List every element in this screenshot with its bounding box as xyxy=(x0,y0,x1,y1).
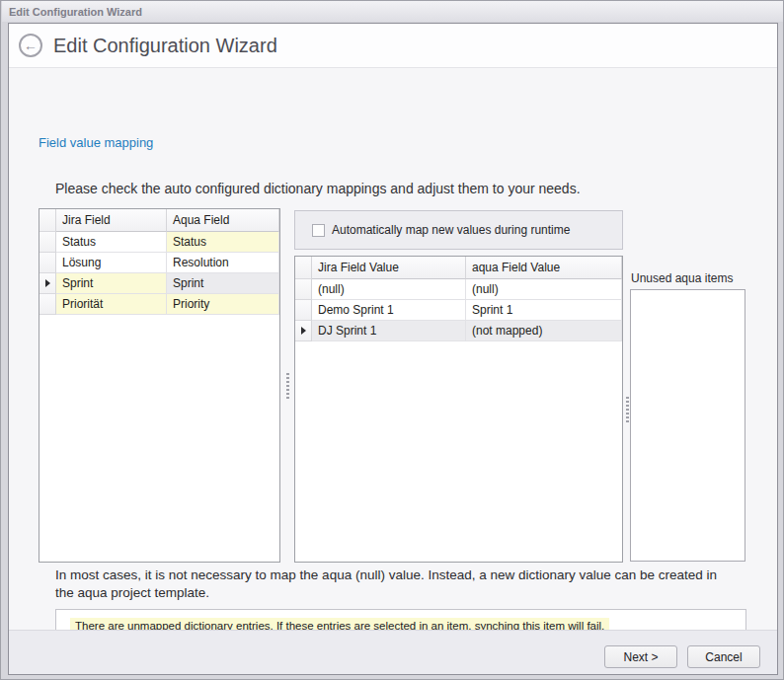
cell-aqua-field[interactable]: Resolution xyxy=(167,253,279,273)
table-row[interactable]: (null) (null) xyxy=(295,279,622,300)
row-indicator xyxy=(39,294,56,315)
cell-aqua-field-value[interactable]: (null) xyxy=(466,279,622,300)
cell-aqua-field[interactable]: Priority xyxy=(167,294,279,315)
table-row[interactable]: Demo Sprint 1 Sprint 1 xyxy=(295,300,622,321)
cell-jira-field[interactable]: Status xyxy=(56,232,167,253)
edit-configuration-wizard-window: Edit Configuration Wizard ← Edit Configu… xyxy=(0,0,784,680)
cancel-button[interactable]: Cancel xyxy=(687,645,760,668)
cell-aqua-field[interactable]: Status xyxy=(167,232,279,253)
column-header-jira-field-value[interactable]: Jira Field Value xyxy=(312,257,466,279)
wizard-header: ← Edit Configuration Wizard xyxy=(9,24,777,68)
cell-jira-field[interactable]: Priorität xyxy=(56,294,167,315)
page-title: Edit Configuration Wizard xyxy=(53,35,277,57)
unused-aqua-items-label: Unused aqua items xyxy=(631,271,733,285)
cell-aqua-field-value[interactable]: (not mapped) xyxy=(466,321,622,341)
field-grid-header-row: Jira Field Aqua Field xyxy=(39,209,279,232)
column-header-aqua-field-value[interactable]: aqua Field Value xyxy=(466,257,622,279)
cell-aqua-field-value[interactable]: Sprint 1 xyxy=(466,300,622,321)
cell-jira-field-value[interactable]: DJ Sprint 1 xyxy=(312,321,466,341)
back-button[interactable]: ← xyxy=(19,34,42,57)
row-indicator xyxy=(39,232,56,253)
note-text: In most cases, it is not necessary to ma… xyxy=(55,567,739,602)
unused-aqua-items-list[interactable] xyxy=(630,289,745,562)
wizard-footer: Next > Cancel xyxy=(9,630,777,674)
current-row-arrow-icon xyxy=(301,327,306,335)
auto-map-checkbox[interactable] xyxy=(312,224,325,237)
row-indicator xyxy=(295,300,312,321)
column-header-jira-field[interactable]: Jira Field xyxy=(56,209,167,232)
row-indicator-header xyxy=(39,209,56,232)
table-row[interactable]: DJ Sprint 1 (not mapped) xyxy=(295,321,622,341)
wizard-content: Field value mapping Please check the aut… xyxy=(9,68,777,630)
row-indicator xyxy=(39,253,56,273)
row-indicator xyxy=(295,321,312,341)
vertical-splitter[interactable] xyxy=(281,208,293,563)
column-header-aqua-field[interactable]: Aqua Field xyxy=(167,209,279,232)
row-indicator xyxy=(39,273,56,294)
row-indicator xyxy=(295,279,312,300)
table-row[interactable]: Sprint Sprint xyxy=(39,273,279,294)
left-arrow-icon: ← xyxy=(24,38,38,53)
cell-aqua-field[interactable]: Sprint xyxy=(167,273,279,294)
table-row[interactable]: Priorität Priority xyxy=(39,294,279,315)
splitter-grip-icon xyxy=(286,373,289,399)
current-row-arrow-icon xyxy=(45,279,50,287)
field-mapping-grid: Jira Field Aqua Field Status Status Lösu… xyxy=(39,208,280,563)
runtime-mapping-panel: Automatically map new values during runt… xyxy=(294,210,623,250)
auto-map-checkbox-label[interactable]: Automatically map new values during runt… xyxy=(332,223,570,237)
value-grid-header-row: Jira Field Value aqua Field Value xyxy=(295,257,622,279)
cell-jira-field[interactable]: Lösung xyxy=(56,253,167,273)
cell-jira-field[interactable]: Sprint xyxy=(56,273,167,294)
splitter-grip-icon xyxy=(626,397,629,422)
value-mapping-grid: Jira Field Value aqua Field Value (null)… xyxy=(294,256,623,563)
instruction-text: Please check the auto configured diction… xyxy=(55,181,581,196)
next-button[interactable]: Next > xyxy=(604,645,677,668)
table-row[interactable]: Lösung Resolution xyxy=(39,253,279,273)
cell-jira-field-value[interactable]: (null) xyxy=(312,279,466,300)
section-title: Field value mapping xyxy=(39,135,153,150)
cell-jira-field-value[interactable]: Demo Sprint 1 xyxy=(312,300,466,321)
table-row[interactable]: Status Status xyxy=(39,232,279,253)
titlebar[interactable]: Edit Configuration Wizard xyxy=(2,1,783,22)
wizard-dialog: ← Edit Configuration Wizard Field value … xyxy=(8,23,778,675)
window-title: Edit Configuration Wizard xyxy=(9,6,142,18)
row-indicator-header xyxy=(295,257,312,279)
